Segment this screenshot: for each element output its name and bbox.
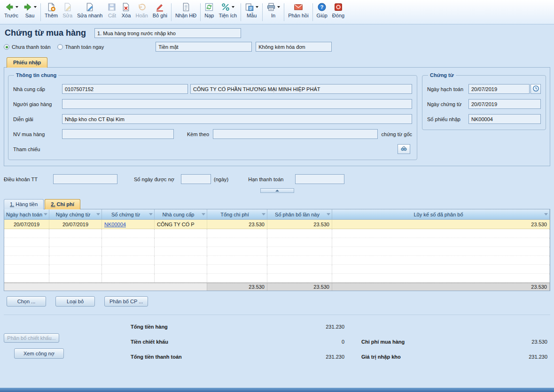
toolbar-button-tien-ich[interactable]: Tiện ích <box>216 1 239 23</box>
filter-icon[interactable] <box>44 213 47 215</box>
stock-value-label: Giá trị nhập kho <box>361 354 432 360</box>
posting-date-field[interactable]: 20/07/2019 <box>468 84 530 94</box>
filter-icon[interactable] <box>262 213 265 215</box>
toolbar-button-giup[interactable]: ? Giúp <box>314 1 330 23</box>
toolbar-button-hoan[interactable]: Hoãn <box>133 1 150 23</box>
col-allocated-cumulative[interactable]: Lũy kế số đã phân bổ <box>332 209 550 219</box>
voucher-panel: Thông tin chung Nhà cung cấp 0107507152 … <box>4 67 550 166</box>
deliverer-field[interactable] <box>62 99 412 109</box>
radio-pay-now[interactable]: Thanh toán ngay <box>57 44 104 50</box>
col-total-cost[interactable]: Tổng chi phí <box>207 209 267 219</box>
grid-buttons: Chọn ... Loại bỏ Phân bổ CP ... <box>4 296 550 307</box>
invoice-status-field[interactable]: Không kèm hóa đơn <box>256 42 332 52</box>
filter-icon[interactable] <box>96 213 100 215</box>
col-doc-no[interactable]: Số chứng từ <box>102 209 155 219</box>
view-debt-button[interactable]: Xem công nợ <box>14 348 64 359</box>
toolbar-button-sau[interactable]: Sau <box>21 1 39 23</box>
toolbar-button-dong[interactable]: Đóng <box>330 1 347 23</box>
toolbar: Trước Sau Thêm Sửa Sửa nhanh Cất Xóa <box>0 0 554 24</box>
purchase-voucher-window: Trước Sau Thêm Sửa Sửa nhanh Cất Xóa <box>0 0 554 364</box>
supplier-code-field[interactable]: 0107507152 <box>62 84 188 94</box>
receipt-no-field[interactable]: NK00004 <box>468 114 541 124</box>
footer-allocated-cumulative: 23.530 <box>332 283 550 291</box>
remove-button[interactable]: Loại bỏ <box>55 296 95 307</box>
toolbar-label: Hoãn <box>135 13 148 18</box>
toolbar-label: Nhận HĐ <box>175 13 196 18</box>
choose-button[interactable]: Chọn ... <box>7 296 46 307</box>
table-row-empty[interactable] <box>4 238 550 247</box>
toolbar-button-sua-nhanh[interactable]: Sửa nhanh <box>75 1 105 23</box>
col-supplier[interactable]: Nhà cung cấp <box>155 209 207 219</box>
cell-supplier[interactable]: CÔNG TY CỔ P <box>155 220 207 229</box>
table-row-empty[interactable] <box>4 229 550 238</box>
allocate-discount-button[interactable]: Phân bổ chiết khấu... <box>4 333 59 343</box>
tab-phieu-nhap[interactable]: Phiếu nhập <box>7 57 47 68</box>
purchase-cost-label: Chi phí mua hàng <box>361 339 432 345</box>
filter-icon[interactable] <box>202 213 205 215</box>
doc-type-field[interactable]: 1. Mua hàng trong nước nhập kho <box>94 28 241 38</box>
dropdown-caret-icon[interactable] <box>277 6 280 8</box>
reference-lookup-button[interactable] <box>398 144 410 154</box>
filter-icon[interactable] <box>149 213 153 215</box>
radio-dot-icon <box>4 44 9 50</box>
allocate-cost-button[interactable]: Phân bổ CP ... <box>104 296 148 307</box>
cell-doc-no[interactable]: NK00004 <box>102 220 155 229</box>
radio-unpaid[interactable]: Chưa thanh toán <box>4 44 51 50</box>
dropdown-caret-icon[interactable] <box>34 6 37 8</box>
toolbar-separator <box>241 3 241 21</box>
cell-allocated-cumulative[interactable]: 23.530 <box>332 220 550 229</box>
tab-hang-tien[interactable]: 1. Hàng tiền <box>4 199 44 209</box>
col-allocated-now[interactable]: Số phân bổ lần này <box>267 209 332 219</box>
grid-header: Ngày hạch toán Ngày chứng từ Số chứng từ… <box>4 209 550 220</box>
cell-total-cost[interactable]: 23.530 <box>207 220 267 229</box>
toolbar-label: Nạp <box>204 13 214 18</box>
filter-icon[interactable] <box>327 213 330 215</box>
toolbar-button-mau[interactable]: Mẫu <box>242 1 261 23</box>
radio-dot-icon <box>57 44 63 50</box>
cell-posting-date[interactable]: 20/07/2019 <box>4 220 49 229</box>
toolbar-button-them[interactable]: Thêm <box>42 1 60 23</box>
cell-allocated-now[interactable]: 23.530 <box>267 220 332 229</box>
tab-chi-phi[interactable]: 2. Chi phí <box>45 199 80 209</box>
payment-terms-field[interactable] <box>53 174 117 184</box>
cell-doc-date[interactable]: 20/07/2019 <box>49 220 102 229</box>
payment-method-field[interactable]: Tiền mặt <box>156 42 252 52</box>
toolbar-button-truoc[interactable]: Trước <box>2 1 21 23</box>
dropdown-caret-icon[interactable] <box>256 6 258 8</box>
toolbar-button-phan-hoi[interactable]: Phản hồi <box>286 1 311 23</box>
feedback-envelope-icon <box>294 2 303 12</box>
debt-days-field[interactable] <box>181 174 211 184</box>
table-row-empty[interactable] <box>4 274 550 283</box>
col-doc-date[interactable]: Ngày chứng từ <box>49 209 102 219</box>
attachment-field[interactable] <box>213 129 377 139</box>
toolbar-button-in[interactable]: In <box>264 1 282 23</box>
doc-date-field[interactable]: 20/07/2019 <box>468 99 541 109</box>
edit-document-icon <box>63 2 72 12</box>
print-icon <box>266 2 276 12</box>
dropdown-caret-icon[interactable] <box>232 6 234 8</box>
description-field[interactable]: Nhập kho cho CT Đại Kim <box>62 114 412 124</box>
utilities-percent-icon <box>221 2 230 12</box>
collapse-splitter-button[interactable] <box>260 188 294 193</box>
toolbar-button-nhan-hd[interactable]: Nhận HĐ <box>173 1 199 23</box>
filter-icon[interactable] <box>544 213 548 215</box>
table-row-empty[interactable] <box>4 265 550 274</box>
toolbar-button-bo-ghi[interactable]: Bỏ ghi <box>150 1 170 23</box>
toolbar-label: Giúp <box>317 13 328 18</box>
dropdown-caret-icon[interactable] <box>16 6 18 8</box>
document-group: Chứng từ Ngày hạch toán 20/07/2019 Ngày … <box>422 72 546 130</box>
toolbar-button-sua[interactable]: Sửa <box>60 1 75 23</box>
due-date-field[interactable] <box>295 174 344 184</box>
purchase-staff-field[interactable] <box>62 129 174 139</box>
date-picker-button[interactable] <box>531 84 541 94</box>
toolbar-button-nap[interactable]: Nạp <box>202 1 216 23</box>
toolbar-button-xoa[interactable]: Xóa <box>119 1 133 23</box>
table-row-empty[interactable] <box>4 256 550 265</box>
days-unit-label: (ngày) <box>214 177 228 182</box>
toolbar-button-cat[interactable]: Cất <box>105 1 119 23</box>
doc-no-link[interactable]: NK00004 <box>104 222 126 227</box>
supplier-name-field[interactable]: CÔNG TY CỔ PHẦN THƯƠNG MẠI MINH HIỆP PHÁ… <box>190 84 412 94</box>
table-row[interactable]: 20/07/2019 20/07/2019 NK00004 CÔNG TY CỔ… <box>4 220 550 229</box>
col-posting-date[interactable]: Ngày hạch toán <box>4 209 49 219</box>
table-row-empty[interactable] <box>4 247 550 256</box>
